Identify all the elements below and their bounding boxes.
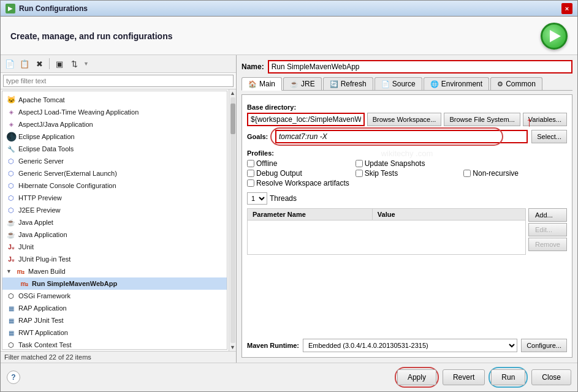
new-config-button[interactable]: 📄 [3, 57, 17, 70]
run-triangle-icon [550, 30, 561, 42]
offline-checkbox-label[interactable]: Offline [247, 159, 351, 168]
profiles-section: Profiles: Offline Update Snapshots Debug… [247, 149, 567, 205]
run-bottom-button[interactable]: Run [491, 369, 525, 385]
junit-icon: Jᵤ [6, 242, 16, 252]
aspectj-lwt-icon: ◈ [6, 107, 16, 117]
sort-dropdown[interactable]: ▼ [83, 61, 89, 67]
help-button[interactable]: ? [7, 371, 20, 384]
debug-output-checkbox-label[interactable]: Debug Output [247, 169, 351, 178]
update-snapshots-checkbox-label[interactable]: Update Snapshots [356, 159, 459, 168]
threads-row: 1 2 4 Threads [247, 192, 567, 205]
eclipse-data-icon: 🔧 [6, 144, 16, 154]
tree-item[interactable]: ◈AspectJ Load-Time Weaving Application [2, 106, 227, 118]
tree-item[interactable]: ▦RWT Application [2, 326, 227, 339]
delete-config-button[interactable]: ✖ [32, 57, 46, 70]
update-snapshots-checkbox[interactable] [356, 160, 363, 167]
edit-param-button[interactable]: Edit... [528, 223, 567, 236]
name-label: Name: [241, 62, 264, 71]
goals-input[interactable] [275, 130, 528, 143]
scroll-up-button[interactable]: ▲ [230, 90, 235, 96]
tree-item[interactable]: ☕Java Applet [2, 216, 227, 228]
tree-item[interactable]: ◈AspectJ/Java Application [2, 118, 227, 130]
copy-config-button[interactable]: 📋 [18, 57, 31, 70]
tab-environment[interactable]: 🌐 Environment [424, 77, 489, 90]
select-button[interactable]: Select... [531, 130, 567, 143]
main-content: 📄 📋 ✖ ▣ ⇅ ▼ 🐱Apache Tomcat ◈AspectJ Load… [1, 55, 577, 363]
tab-jre[interactable]: ☕ JRE [283, 77, 322, 90]
tree-item[interactable]: ⬡Generic Server [2, 155, 227, 167]
filter-input[interactable] [3, 75, 234, 87]
skip-tests-checkbox-label[interactable]: Skip Tests [356, 169, 459, 178]
tree-item[interactable]: ⬡OSGi Framework [2, 290, 227, 302]
scrollbar-thumb[interactable] [230, 104, 235, 134]
tree-item[interactable]: ▦RAP Application [2, 302, 227, 314]
resolve-workspace-checkbox[interactable] [247, 179, 254, 187]
tree-item[interactable]: 🔧Eclipse Data Tools [2, 143, 227, 155]
maven-build-icon: m₂ [16, 266, 26, 276]
tree-item[interactable]: ▼ m₂ Maven Build [2, 265, 227, 277]
tree-item[interactable]: ⬡Task Context Test [2, 339, 227, 350]
window-close-button[interactable]: × [561, 3, 572, 14]
configure-button[interactable]: Configure... [521, 339, 567, 352]
non-recursive-checkbox-label[interactable]: Non-recursive [463, 169, 567, 178]
offline-checkbox[interactable] [247, 160, 254, 167]
tree-item[interactable]: ⬡J2EE Preview [2, 204, 227, 216]
close-button[interactable]: Close [531, 369, 571, 385]
right-panel: Name: 🏠 Main ☕ JRE 🔄 Refresh 📄 [237, 55, 577, 363]
collapse-all-button[interactable]: ▣ [53, 57, 66, 70]
revert-button[interactable]: Revert [443, 369, 485, 385]
add-param-button[interactable]: Add... [528, 208, 567, 222]
osgi-icon: ⬡ [6, 291, 16, 301]
run-oval: Run [489, 367, 528, 388]
tree-item[interactable]: ▦RAP JUnit Test [2, 314, 227, 326]
tree-item[interactable]: ⬡Generic Server(External Launch) [2, 167, 227, 179]
expand-arrow-icon: ▼ [6, 268, 13, 274]
tree-item[interactable]: ⬡HTTP Preview [2, 192, 227, 204]
base-directory-input-row: Browse Workspace... Browse File System..… [247, 113, 567, 126]
skip-tests-checkbox[interactable] [356, 170, 363, 177]
name-input[interactable] [268, 60, 572, 74]
base-directory-input[interactable] [247, 113, 365, 126]
tab-jre-label: JRE [301, 80, 315, 88]
offline-label: Offline [256, 159, 277, 168]
eclipse-app-icon: 🌑 [6, 132, 16, 141]
browse-workspace-button[interactable]: Browse Workspace... [367, 113, 442, 126]
tab-source[interactable]: 📄 Source [375, 77, 422, 90]
tree-item[interactable]: ☕Java Application [2, 228, 227, 241]
scroll-down-button[interactable]: ▼ [230, 344, 235, 350]
tree-item[interactable]: m₂ Run SimpleMavenWebApp [2, 277, 227, 290]
junit-plugin-icon: Jᵤ [6, 254, 16, 264]
non-recursive-checkbox[interactable] [463, 170, 471, 177]
sort-button[interactable]: ⇅ [67, 57, 81, 70]
tabs-bar: 🏠 Main ☕ JRE 🔄 Refresh 📄 Source 🌐 [241, 77, 572, 91]
browse-filesystem-button[interactable]: Browse File System... [444, 113, 520, 126]
params-row-wrap: Parameter Name Value Add... Edit... Remo… [247, 208, 567, 255]
tab-main[interactable]: 🏠 Main [241, 77, 282, 91]
tree-item[interactable]: 🐱Apache Tomcat [2, 94, 227, 106]
main-tab-icon: 🏠 [248, 80, 257, 88]
resolve-workspace-checkbox-label[interactable]: Resolve Workspace artifacts [247, 179, 458, 187]
up-arrow-indicator: ↑ [526, 115, 533, 129]
remove-param-button[interactable]: Remove [528, 238, 567, 251]
window-icon: ▶ [6, 4, 15, 13]
scrollbar[interactable]: ▲ ▼ [229, 89, 236, 351]
tab-refresh[interactable]: 🔄 Refresh [323, 77, 373, 90]
left-panel: 📄 📋 ✖ ▣ ⇅ ▼ 🐱Apache Tomcat ◈AspectJ Load… [1, 55, 237, 363]
threads-select[interactable]: 1 2 4 [247, 192, 267, 205]
run-button-circle[interactable] [541, 23, 568, 50]
maven-runtime-label: Maven Runtime: [247, 342, 299, 349]
param-name-col-header: Parameter Name [248, 209, 373, 220]
tree-item[interactable]: ⬡Hibernate Console Configuration [2, 179, 227, 192]
config-content-area: wikitechy .com Base directory: Browse Wo… [241, 94, 572, 358]
tab-common[interactable]: ⚙ Common [490, 77, 542, 90]
maven-runtime-select[interactable]: Embedded (3.0.4/1.4.0.20130531-2315) [303, 339, 517, 352]
rap-junit-icon: ▦ [6, 315, 16, 325]
debug-output-checkbox[interactable] [247, 170, 254, 177]
tree-item[interactable]: JᵤJUnit Plug-in Test [2, 253, 227, 265]
apply-oval: Apply [395, 367, 439, 388]
filter-status: Filter matched 22 of 22 items [1, 351, 236, 363]
tree-item[interactable]: 🌑Eclipse Application [2, 130, 227, 143]
tree-item[interactable]: JᵤJUnit [2, 241, 227, 253]
apply-button[interactable]: Apply [397, 369, 436, 385]
skip-tests-label: Skip Tests [365, 169, 398, 178]
